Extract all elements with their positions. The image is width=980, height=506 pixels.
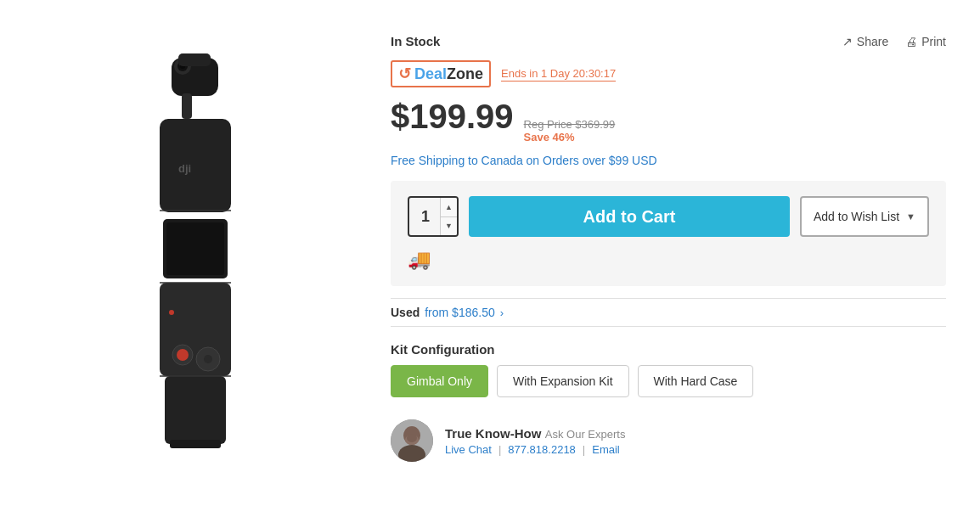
- kit-option-with-hard-case[interactable]: With Hard Case: [638, 365, 754, 397]
- deal-zone-row: ↺ DealZone Ends in 1 Day 20:30:17: [391, 60, 946, 87]
- current-price: $199.99: [391, 98, 514, 136]
- know-how-title-row: True Know-How Ask Our Experts: [445, 426, 625, 441]
- kit-config-section: Kit Configuration Gimbal Only With Expan…: [391, 342, 946, 397]
- deal-zone-text: DealZone: [414, 65, 483, 83]
- add-to-cart-button[interactable]: Add to Cart: [469, 196, 790, 237]
- used-label: Used: [391, 306, 420, 319]
- know-how-text: True Know-How Ask Our Experts Live Chat …: [445, 426, 625, 456]
- svg-rect-17: [165, 376, 226, 444]
- svg-rect-7: [160, 119, 231, 212]
- expert-avatar: [391, 419, 433, 462]
- add-to-cart-section: 1 ▲ ▼ Add to Cart Add to Wish List ▼ 🚚: [391, 181, 946, 286]
- top-row: In Stock ↗ Share 🖨 Print: [391, 34, 946, 48]
- svg-rect-6: [182, 93, 192, 119]
- price-details: Reg Price $369.99 Save 46%: [524, 118, 616, 143]
- save-percent: Save 46%: [524, 131, 616, 143]
- used-price-link[interactable]: from $186.50: [425, 306, 495, 319]
- ends-in-timer: Ends in 1 Day 20:30:17: [501, 67, 616, 82]
- deal-zone-icon: ↺: [398, 65, 411, 83]
- separator-2: |: [583, 443, 585, 456]
- top-actions: ↗ Share 🖨 Print: [842, 35, 946, 48]
- svg-rect-5: [178, 53, 211, 66]
- svg-text:dji: dji: [178, 162, 191, 175]
- deal-zone-badge: ↺ DealZone: [391, 60, 491, 87]
- svg-rect-18: [170, 440, 221, 448]
- quantity-arrows: ▲ ▼: [440, 198, 457, 235]
- svg-point-26: [407, 434, 417, 442]
- kit-options: Gimbal Only With Expansion Kit With Hard…: [391, 365, 946, 397]
- truck-icon: 🚚: [408, 249, 431, 271]
- share-icon: ↗: [842, 35, 853, 48]
- kit-option-gimbal-only[interactable]: Gimbal Only: [391, 365, 488, 397]
- free-shipping-notice: Free Shipping to Canada on Orders over $…: [391, 154, 946, 167]
- contact-row: Live Chat | 877.818.2218 | Email: [445, 443, 625, 456]
- email-link[interactable]: Email: [592, 443, 620, 456]
- wish-list-chevron-icon: ▼: [906, 211, 915, 222]
- price-row: $199.99 Reg Price $369.99 Save 46%: [391, 98, 946, 143]
- shipping-icon-row: 🚚: [408, 249, 929, 271]
- svg-point-15: [204, 355, 212, 363]
- phone-link[interactable]: 877.818.2218: [508, 443, 576, 456]
- know-how-ask: Ask Our Experts: [545, 428, 626, 441]
- reg-price: Reg Price $369.99: [524, 118, 616, 131]
- kit-option-with-expansion[interactable]: With Expansion Kit: [497, 365, 629, 397]
- used-row: Used from $186.50 ›: [391, 298, 946, 327]
- quantity-up-button[interactable]: ▲: [441, 198, 457, 217]
- print-icon: 🖨: [905, 35, 917, 48]
- svg-rect-11: [160, 283, 231, 376]
- quantity-stepper[interactable]: 1 ▲ ▼: [408, 196, 459, 237]
- in-stock-label: In Stock: [391, 34, 440, 48]
- print-button[interactable]: 🖨 Print: [905, 35, 946, 48]
- kit-config-label: Kit Configuration: [391, 342, 946, 357]
- cart-row: 1 ▲ ▼ Add to Cart Add to Wish List ▼: [408, 196, 929, 237]
- svg-point-13: [177, 349, 189, 361]
- live-chat-link[interactable]: Live Chat: [445, 443, 492, 456]
- know-how-section: True Know-How Ask Our Experts Live Chat …: [391, 419, 946, 462]
- svg-point-16: [169, 310, 174, 315]
- share-label: Share: [857, 35, 888, 48]
- separator-1: |: [498, 443, 501, 456]
- product-image-section: dji: [34, 25, 357, 481]
- wish-list-label: Add to Wish List: [814, 210, 899, 223]
- used-chevron-icon: ›: [500, 306, 504, 319]
- know-how-title: True Know-How: [445, 426, 541, 441]
- add-to-wish-list-button[interactable]: Add to Wish List ▼: [800, 196, 929, 237]
- product-details: In Stock ↗ Share 🖨 Print ↺ DealZone E: [391, 25, 946, 481]
- quantity-down-button[interactable]: ▼: [441, 217, 457, 236]
- share-button[interactable]: ↗ Share: [842, 35, 888, 48]
- svg-rect-10: [166, 222, 224, 275]
- print-label: Print: [921, 35, 946, 48]
